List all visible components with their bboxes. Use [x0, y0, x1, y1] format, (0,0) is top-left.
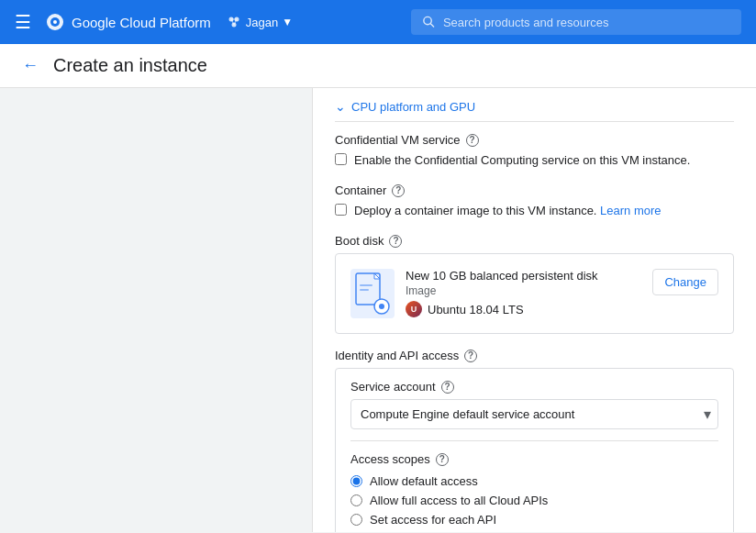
identity-api-group: Identity and API access ? Service accoun…: [335, 349, 734, 532]
access-scope-full-radio[interactable]: [350, 494, 362, 506]
container-checkbox-row: Deploy a container image to this VM inst…: [335, 203, 734, 219]
access-scopes-radio-group: Allow default access Allow full access t…: [350, 472, 718, 529]
boot-disk-change-button[interactable]: Change: [652, 269, 718, 295]
page-header: ← Create an instance: [0, 44, 756, 88]
boot-disk-label-row: Boot disk ?: [335, 234, 734, 248]
confidential-vm-checkbox-label: Enable the Confidential Computing servic…: [354, 152, 690, 169]
confidential-vm-group: Confidential VM service ? Enable the Con…: [335, 133, 734, 169]
content-area: ⌄ CPU platform and GPU Confidential VM s…: [312, 88, 756, 532]
sidebar: [0, 88, 312, 532]
radio-row-default: Allow default access: [350, 472, 718, 491]
disk-info: New 10 GB balanced persistent disk Image…: [406, 269, 641, 317]
confidential-vm-checkbox-row: Enable the Confidential Computing servic…: [335, 152, 734, 169]
disk-file-icon: [354, 272, 391, 316]
service-account-help-icon[interactable]: ?: [441, 381, 454, 394]
back-button[interactable]: ←: [22, 56, 39, 75]
access-scopes-help-icon[interactable]: ?: [436, 453, 449, 466]
container-checkbox-label: Deploy a container image to this VM inst…: [354, 203, 662, 219]
search-icon: [422, 15, 436, 29]
access-scope-default-label: Allow default access: [370, 474, 478, 488]
access-scope-full-label: Allow full access to all Cloud APIs: [370, 494, 548, 507]
svg-point-2: [53, 20, 57, 24]
confidential-vm-help-icon[interactable]: ?: [466, 134, 479, 147]
svg-line-10: [430, 24, 434, 28]
access-scope-each-label: Set access for each API: [370, 513, 496, 527]
project-icon: [226, 14, 242, 30]
confidential-vm-label-row: Confidential VM service ?: [335, 133, 734, 147]
top-navigation: ☰ Google Cloud Platform Jagan ▼: [0, 0, 756, 44]
container-help-icon[interactable]: ?: [392, 184, 405, 197]
access-scopes-label-row: Access scopes ?: [350, 452, 718, 466]
container-checkbox[interactable]: [335, 204, 347, 216]
svg-rect-12: [360, 284, 372, 286]
confidential-vm-label: Confidential VM service: [335, 133, 461, 147]
cpu-platform-section[interactable]: ⌄ CPU platform and GPU: [335, 88, 734, 122]
boot-disk-label: Boot disk: [335, 234, 384, 248]
identity-api-help-icon[interactable]: ?: [464, 350, 477, 362]
container-label: Container: [335, 183, 386, 197]
disk-name: New 10 GB balanced persistent disk: [406, 269, 641, 283]
radio-row-each: Set access for each API: [350, 510, 718, 529]
boot-disk-group: Boot disk ? New 10 GB balanced persisten…: [335, 234, 734, 334]
identity-api-inner-box: Service account ? Compute Engine default…: [335, 368, 734, 532]
service-account-select[interactable]: Compute Engine default service account: [350, 399, 718, 429]
ubuntu-icon: U: [406, 301, 422, 317]
boot-disk-card: New 10 GB balanced persistent disk Image…: [335, 253, 734, 334]
boot-disk-help-icon[interactable]: ?: [389, 235, 402, 248]
disk-icon: [350, 269, 395, 318]
svg-point-9: [424, 17, 431, 24]
confidential-vm-checkbox[interactable]: [335, 153, 347, 165]
access-scope-default-radio[interactable]: [350, 475, 362, 487]
project-name: Jagan: [246, 16, 278, 29]
disk-os-name: Ubuntu 18.04 LTS: [428, 303, 524, 316]
search-input[interactable]: [443, 16, 730, 29]
disk-os-row: U Ubuntu 18.04 LTS: [406, 301, 641, 317]
service-account-label-row: Service account ?: [350, 380, 718, 394]
main-layout: ⌄ CPU platform and GPU Confidential VM s…: [0, 88, 756, 532]
gcp-logo-icon: [46, 13, 64, 31]
search-bar[interactable]: [411, 9, 741, 35]
service-account-select-wrapper: Compute Engine default service account ▾: [350, 399, 718, 429]
radio-row-full: Allow full access to all Cloud APIs: [350, 491, 718, 510]
chevron-up-icon: ⌄: [335, 99, 346, 114]
cpu-section-label: CPU platform and GPU: [351, 100, 475, 114]
app-name: Google Cloud Platform: [72, 15, 211, 30]
project-selector[interactable]: Jagan ▼: [226, 14, 293, 30]
access-scope-each-radio[interactable]: [350, 514, 362, 526]
menu-icon[interactable]: ☰: [15, 11, 31, 33]
app-logo: Google Cloud Platform: [46, 13, 211, 31]
container-learn-more-link[interactable]: Learn more: [600, 204, 661, 217]
svg-point-15: [379, 304, 384, 309]
identity-api-label: Identity and API access: [335, 349, 459, 362]
service-account-label: Service account: [350, 380, 436, 394]
container-group: Container ? Deploy a container image to …: [335, 183, 734, 219]
identity-api-label-row: Identity and API access ?: [335, 349, 734, 362]
disk-image-label: Image: [406, 284, 641, 297]
access-scopes-label: Access scopes: [350, 452, 430, 466]
svg-rect-13: [360, 289, 369, 291]
container-label-row: Container ?: [335, 183, 734, 197]
inner-divider: [350, 440, 718, 441]
page-title: Create an instance: [53, 55, 207, 76]
project-dropdown-icon: ▼: [282, 16, 293, 28]
